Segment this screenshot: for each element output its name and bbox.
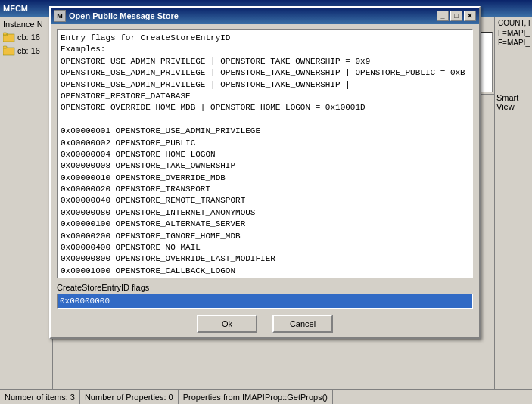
titlebar-buttons: _ □ ✕ [437,11,476,21]
desc-line-18: 0x00000800 OPENSTORE_OVERRIDE_LAST_MODIF… [61,253,469,265]
open-public-message-store-dialog: M Open Public Message Store _ □ ✕ Entry … [49,6,481,339]
desc-line-0: Entry flags for CreateStoreEntryID [61,33,469,44]
desc-line-19: 0x00001000 OPENSTORE_CALLBACK_LOGON [61,266,469,277]
desc-line-14: 0x00000080 OPENSTORE_INTERNET_ANONYMOUS [61,207,469,219]
ok-button[interactable]: Ok [197,315,257,333]
desc-line-20: 0x00002000 OPENSTORE_LOCAL [61,277,469,278]
desc-line-1: Examples: [61,44,469,55]
desc-line-13: 0x00000040 OPENSTORE_REMOTE_TRANSPORT [61,195,469,207]
close-button[interactable]: ✕ [464,11,476,21]
desc-line-15: 0x00000100 OPENSTORE_ALTERNATE_SERVER [61,219,469,230]
dialog-titlebar: M Open Public Message Store _ □ ✕ [51,8,479,24]
desc-line-12: 0x00000020 OPENSTORE_TRANSPORT [61,184,469,195]
desc-line-4: OPENSTORE_USE_ADMIN_PRIVILEGE | OPENSTOR… [61,79,469,103]
desc-line-16: 0x00000200 OPENSTORE_IGNORE_HOME_MDB [61,231,469,242]
cancel-button[interactable]: Cancel [272,315,333,333]
desc-line-7: 0x00000001 OPENSTORE_USE_ADMIN_PRIVILEGE [61,126,469,137]
desc-line-11: 0x00000010 OPENSTORE_OVERRIDE_MDB [61,172,469,184]
desc-line-2: OPENSTORE_USE_ADMIN_PRIVILEGE | OPENSTOR… [61,56,469,67]
dialog-title: Open Public Message Store [69,11,437,20]
desc-line-8: 0x00000002 OPENSTORE_PUBLIC [61,138,469,149]
desc-line-5: OPENSTORE_OVERRIDE_HOME_MDB | OPENSTORE_… [61,102,469,113]
dialog-icon: M [54,10,66,22]
input-section: CreateStoreEntryID flags [57,283,473,309]
maximize-button[interactable]: □ [450,11,462,21]
desc-line-9: 0x00000004 OPENSTORE_HOME_LOGON [61,149,469,160]
flags-input[interactable] [57,294,473,309]
desc-line-17: 0x00000400 OPENSTORE_NO_MAIL [61,242,469,253]
desc-line-10: 0x00000008 OPENSTORE_TAKE_OWNERSHIP [61,160,469,172]
input-label: CreateStoreEntryID flags [57,283,473,292]
description-area[interactable]: Entry flags for CreateStoreEntryIDExampl… [57,29,473,278]
desc-line-6 [61,114,469,126]
desc-line-3: OPENSTORE_USE_ADMIN_PRIVILEGE | OPENSTOR… [61,67,469,79]
minimize-button[interactable]: _ [437,11,449,21]
dialog-body: Entry flags for CreateStoreEntryIDExampl… [51,24,479,337]
button-row: Ok Cancel [57,315,473,333]
dialog-overlay: M Open Public Message Store _ □ ✕ Entry … [0,0,532,404]
